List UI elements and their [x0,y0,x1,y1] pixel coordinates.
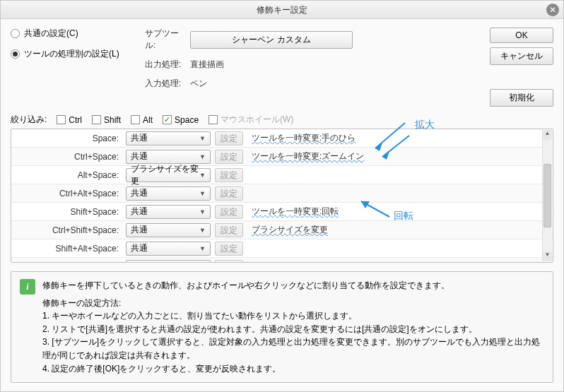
content-area: 共通の設定(C) ツールの処理別の設定(L) サブツール: シャーペン カスタム… [1,19,563,391]
filter-alt-label: Alt [143,115,153,125]
filter-label: 絞り込み: [11,114,47,126]
cancel-label: キャンセル [500,51,543,61]
scrollbar[interactable]: ▲ ▼ [542,130,552,261]
filter-shift[interactable]: Shift [92,115,121,125]
chevron-down-icon: ▼ [199,172,206,179]
checkbox-icon [92,115,101,124]
input-row: 入力処理: ペン [145,78,476,90]
configure-button[interactable]: 設定 [215,205,243,219]
grid-row: Ctrl+Alt+Space:共通▼設定 [11,184,553,203]
scroll-thumb[interactable] [544,164,551,227]
configure-button[interactable]: 設定 [215,242,243,256]
top-area: 共通の設定(C) ツールの処理別の設定(L) サブツール: シャーペン カスタム… [11,28,553,107]
info-box: i 修飾キーを押下しているときの動作、およびホイールや右クリックなどに割り当てる… [11,271,553,383]
shortcut-key-label: Ctrl+Space: [16,152,122,162]
radio-common-label: 共通の設定(C) [24,28,78,40]
radio-icon [11,29,20,38]
shortcut-key-label: Ctrl+Shift+Alt+Space: [16,262,122,263]
configure-button[interactable]: 設定 [215,168,243,182]
info-l3: 3. [サブツール]をクリックして選択すると、設定対象の入力処理と出力処理を変更… [42,335,544,362]
grid-row: Ctrl+Space:共通▼設定ツールを一時変更:ズームイン [11,148,553,166]
action-select[interactable]: 共通▼ [126,205,211,219]
filter-alt[interactable]: Alt [131,115,153,125]
configure-button[interactable]: 設定 [215,223,243,237]
scroll-down-icon[interactable]: ▼ [543,251,552,261]
ok-label: OK [515,30,527,40]
grid-row: Shift+Space:共通▼設定ツールを一時変更:回転 [11,203,553,221]
info-l4: 4. 設定の終了後[OK]をクリックすると、変更が反映されます。 [42,362,544,376]
filter-ctrl-label: Ctrl [69,115,82,125]
output-value: 直接描画 [190,59,224,71]
configure-button[interactable]: 設定 [215,260,243,263]
shortcut-key-label: Space: [16,133,122,143]
radio-common[interactable]: 共通の設定(C) [11,28,131,40]
init-button[interactable]: 初期化 [490,89,553,107]
action-select[interactable]: 共通▼ [126,186,211,201]
checkbox-icon [208,115,218,124]
result-text: ツールを一時変更:ズームイン [247,150,548,162]
action-select-value: 共通 [131,187,148,199]
action-select[interactable]: 共通▼ [126,260,211,263]
shortcut-grid: Space:共通▼設定ツールを一時変更:手のひらCtrl+Space:共通▼設定… [11,129,553,263]
action-select[interactable]: 共通▼ [126,223,211,237]
cancel-button[interactable]: キャンセル [490,47,553,65]
radio-per-tool-label: ツールの処理別の設定(L) [24,48,119,60]
subtool-row: サブツール: シャーペン カスタム [145,28,476,52]
action-select-value: 共通 [131,242,148,254]
configure-button[interactable]: 設定 [215,150,243,164]
chevron-down-icon: ▼ [199,208,206,215]
info-icon: i [20,279,35,295]
filter-space[interactable]: Space [163,115,199,125]
action-select[interactable]: 共通▼ [126,131,211,145]
subtool-value: シャーペン カスタム [232,35,310,44]
info-intro: 修飾キーを押下しているときの動作、およびホイールや右クリックなどに割り当てる動作… [42,279,544,292]
radio-per-tool[interactable]: ツールの処理別の設定(L) [11,48,131,60]
close-icon[interactable]: ✕ [546,4,559,16]
action-select-value: 共通 [131,206,148,218]
filter-ctrl[interactable]: Ctrl [57,115,82,125]
input-label: 入力処理: [145,78,184,90]
radio-column: 共通の設定(C) ツールの処理別の設定(L) [11,28,131,107]
shortcut-key-label: Ctrl+Shift+Space: [16,225,122,235]
titlebar: 修飾キー設定 ✕ [1,1,563,19]
action-select[interactable]: 共通▼ [126,150,211,164]
result-text: ブラシサイズを変更 [247,224,548,236]
action-select-value: 共通 [131,224,148,236]
chevron-down-icon: ▼ [199,245,206,252]
chevron-down-icon: ▼ [199,135,206,142]
grid-row: Shift+Alt+Space:共通▼設定 [11,239,553,258]
filter-shift-label: Shift [104,115,121,125]
filter-wheel: マウスホイール(W) [208,114,293,126]
grid-row: Space:共通▼設定ツールを一時変更:手のひら [11,129,553,148]
output-row: 出力処理: 直接描画 [145,59,476,71]
button-column: OK キャンセル 初期化 [490,28,553,107]
init-label: 初期化 [509,93,534,102]
input-value: ペン [190,78,207,90]
filter-row: 絞り込み: Ctrl Shift Alt Space マウスホイール(W) [11,114,553,126]
configure-button[interactable]: 設定 [215,186,243,201]
filter-space-label: Space [175,115,199,125]
subtool-button[interactable]: シャーペン カスタム [190,31,353,49]
checkbox-icon [57,115,66,124]
info-l1: 1. キーやホイールなどの入力ごとに、割り当てたい動作をリストから選択します。 [42,309,544,323]
action-select-value: 共通 [131,150,148,162]
output-label: 出力処理: [145,59,184,71]
shortcut-key-label: Shift+Space: [16,207,122,217]
scroll-up-icon[interactable]: ▲ [543,130,552,140]
action-select[interactable]: 共通▼ [126,242,211,256]
chevron-down-icon: ▼ [199,227,206,234]
window-title: 修飾キー設定 [257,5,307,15]
action-select-value: 共通 [131,261,148,263]
action-select[interactable]: ブラシサイズを変更▼ [126,168,211,182]
configure-button[interactable]: 設定 [215,131,243,145]
info-text: 修飾キーを押下しているときの動作、およびホイールや右クリックなどに割り当てる動作… [42,279,544,375]
ok-button[interactable]: OK [490,28,553,43]
shortcut-key-label: Alt+Space: [16,170,122,180]
grid-row: Ctrl+Shift+Space:共通▼設定ブラシサイズを変更 [11,221,553,239]
radio-icon [11,49,20,59]
subtool-label: サブツール: [145,28,184,52]
shortcut-key-label: Shift+Alt+Space: [16,244,122,254]
checkbox-icon [131,115,140,124]
action-select-value: 共通 [131,132,148,144]
action-select-value: ブラシサイズを変更 [131,163,199,187]
